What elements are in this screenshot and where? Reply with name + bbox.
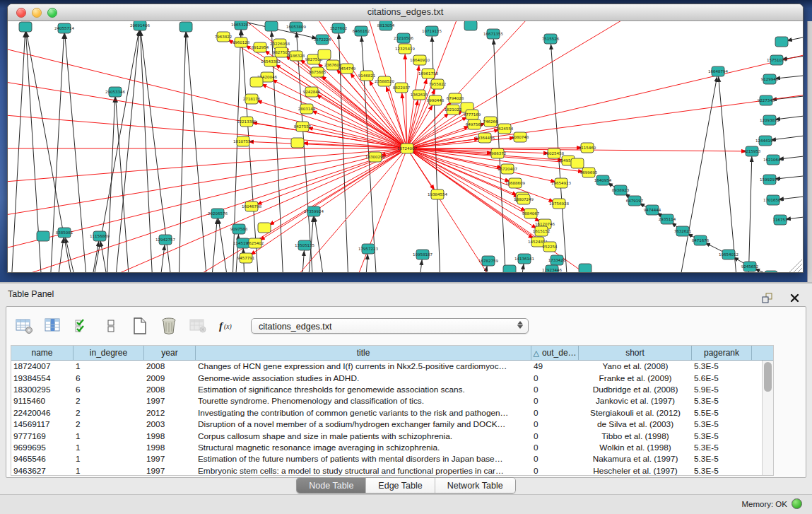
graph-node[interactable]: 8938923 — [612, 185, 630, 195]
table-cell[interactable]: 5.9E-5 — [692, 385, 752, 395]
graph-edge[interactable] — [407, 92, 803, 148]
graph-node[interactable]: 7515526 — [542, 34, 560, 44]
graph-node[interactable]: 10688609 — [505, 178, 525, 188]
graph-node[interactable]: 12942757 — [155, 235, 175, 245]
table-cell[interactable]: Genome-wide association studies in ADHD. — [196, 373, 531, 383]
graph-node[interactable]: 9242848 — [303, 87, 321, 97]
table-cell[interactable]: 5.6E-5 — [692, 373, 752, 383]
function-builder-icon[interactable]: f(x) — [218, 316, 236, 336]
graph-node[interactable]: 13505135 — [295, 240, 314, 250]
graph-node[interactable]: 12444194 — [755, 136, 775, 146]
graph-edge[interactable] — [140, 25, 153, 272]
graph-edge[interactable] — [100, 236, 108, 272]
table-cell[interactable]: Estimation of the future numbers of pati… — [196, 454, 531, 464]
graph-edge[interactable] — [64, 148, 407, 272]
unselect-columns-icon[interactable] — [102, 316, 120, 336]
memory-status[interactable]: Memory: OK — [741, 498, 802, 509]
graph-node[interactable]: 2718176 — [243, 94, 261, 104]
graph-node[interactable]: 252254 — [543, 242, 558, 252]
table-cell[interactable]: 1997 — [144, 396, 196, 406]
column-header-out_de[interactable]: △out_de… — [531, 346, 579, 360]
table-cell[interactable]: 1998 — [144, 431, 196, 441]
citation-network-graph[interactable]: 2405571420691406106532871605380935722241… — [8, 21, 803, 272]
table-cell[interactable]: 18724007 — [11, 361, 73, 371]
graph-node[interactable]: 14136141 — [514, 254, 534, 264]
table-cell[interactable]: 5.3E-5 — [692, 419, 752, 429]
new-table-icon[interactable] — [131, 316, 149, 336]
graph-edge[interactable] — [407, 110, 453, 148]
table-source-dropdown[interactable]: citations_edges.txt — [251, 318, 529, 334]
graph-node[interactable]: 11156869 — [90, 231, 110, 241]
graph-node[interactable]: 19654923 — [551, 178, 571, 188]
graph-node[interactable]: 9227343 — [758, 95, 775, 105]
table-cell[interactable]: 2 — [73, 396, 144, 406]
table-cell[interactable]: 9463627 — [11, 466, 73, 475]
column-header-year[interactable]: year — [144, 346, 196, 360]
graph-node[interactable]: 24055714 — [54, 23, 74, 33]
table-cell[interactable]: 1 — [73, 431, 144, 441]
table-cell[interactable]: 2 — [73, 419, 144, 429]
table-cell[interactable]: Jankovic et al. (1997) — [579, 396, 692, 406]
graph-node[interactable]: 9699695 — [580, 168, 598, 177]
graph-node[interactable]: 18640910 — [410, 55, 430, 65]
graph-node[interactable]: 17957223 — [358, 244, 378, 254]
graph-node[interactable]: 16671355 — [483, 29, 503, 39]
table-cell[interactable]: 1 — [73, 443, 144, 452]
table-cell[interactable]: 0 — [531, 373, 579, 383]
graph-node[interactable]: 12325419 — [395, 44, 415, 54]
graph-node[interactable]: 15751074 — [767, 55, 787, 65]
graph-node[interactable]: 8822037 — [393, 83, 411, 93]
graph-edge[interactable] — [8, 148, 407, 219]
table-cell[interactable]: Nakamura et al. (1997) — [579, 454, 692, 464]
graph-node[interactable]: 10653287 — [231, 21, 251, 30]
graph-node[interactable]: 12923446 — [542, 265, 562, 272]
tab-edge-table[interactable]: Edge Table — [366, 478, 435, 493]
table-cell[interactable]: 49 — [531, 361, 579, 371]
table-cell[interactable]: 5.3E-5 — [692, 454, 752, 464]
graph-node[interactable]: 10719135 — [422, 26, 442, 36]
column-header-pagerank[interactable]: pagerank — [692, 346, 752, 360]
column-header-title[interactable]: title — [196, 346, 531, 360]
table-cell[interactable]: Investigating the contribution of common… — [196, 408, 531, 418]
table-row[interactable]: 1872400712008Changes of HCN gene express… — [11, 361, 763, 372]
graph-node[interactable]: 16543382 — [261, 57, 281, 66]
graph-node[interactable]: 17016504 — [763, 195, 783, 205]
graph-node[interactable]: 16961758 — [418, 69, 438, 78]
table-cell[interactable]: 0 — [531, 408, 579, 418]
graph-node[interactable]: 9457791 — [237, 253, 255, 263]
table-cell[interactable]: de Silva et al. (2003) — [579, 419, 692, 429]
graph-node[interactable] — [318, 49, 331, 59]
graph-edge[interactable] — [218, 214, 228, 272]
table-cell[interactable]: 1997 — [144, 466, 196, 475]
table-cell[interactable]: 0 — [531, 443, 579, 452]
table-cell[interactable]: 5.5E-5 — [692, 408, 752, 418]
graph-node[interactable]: 9245652 — [741, 262, 759, 271]
graph-edge[interactable] — [718, 71, 737, 272]
graph-node[interactable]: 7955822 — [429, 79, 447, 89]
graph-node[interactable]: 20691406 — [130, 21, 150, 30]
graph-node[interactable]: 1080748 — [512, 132, 529, 142]
graph-node[interactable]: 7625402 — [247, 238, 264, 248]
graph-node[interactable] — [571, 158, 584, 168]
graph-node[interactable]: 6497568 — [466, 119, 483, 129]
graph-edge[interactable] — [211, 214, 218, 272]
graph-node[interactable]: 1640954 — [594, 175, 612, 185]
graph-node[interactable]: 16046798 — [242, 201, 261, 211]
float-panel-icon[interactable] — [758, 288, 777, 308]
graph-node[interactable]: 3572224 — [314, 35, 331, 45]
tab-node-table[interactable]: Node Table — [297, 478, 366, 493]
graph-edge[interactable] — [314, 211, 324, 272]
graph-node[interactable] — [765, 271, 777, 272]
graph-edge[interactable] — [267, 77, 407, 148]
table-cell[interactable]: Hescheler et al. (1997) — [579, 466, 692, 475]
tab-network-table[interactable]: Network Table — [435, 478, 515, 493]
graph-node[interactable]: 7632621 — [674, 226, 692, 236]
graph-node[interactable] — [464, 21, 477, 30]
table-cell[interactable]: Disruption of a novel member of a sodium… — [196, 419, 531, 429]
table-cell[interactable]: Dudbridge et al. (2008) — [579, 385, 692, 395]
graph-edge[interactable] — [115, 92, 129, 272]
graph-edge[interactable] — [8, 42, 407, 148]
graph-node[interactable] — [775, 37, 788, 47]
graph-edge[interactable] — [235, 229, 239, 272]
scrollbar-thumb[interactable] — [764, 362, 772, 392]
